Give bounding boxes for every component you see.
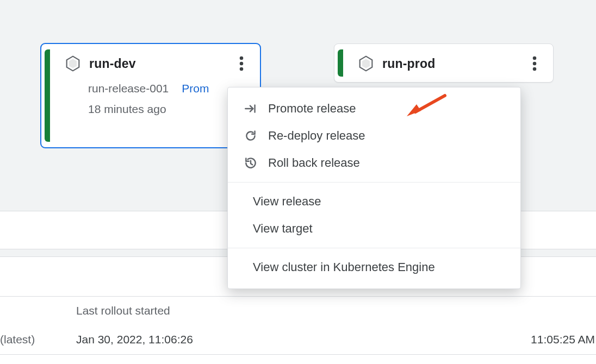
engine-icon [64,55,82,72]
menu-item-redeploy-release[interactable]: Re-deploy release [228,122,520,149]
promote-icon [243,102,258,116]
svg-point-8 [533,62,537,66]
menu-item-view-release[interactable]: View release [228,188,520,215]
engine-icon [357,55,375,72]
card-more-button[interactable] [524,53,545,74]
svg-point-7 [533,57,537,60]
menu-item-label: View cluster in Kubernetes Engine [253,260,435,274]
menu-divider [228,248,520,248]
svg-marker-11 [407,104,421,116]
promote-link[interactable]: Prom [182,82,209,95]
card-title: run-prod [382,57,435,71]
release-name: run-release-001 [88,82,169,95]
svg-marker-1 [70,60,76,68]
menu-item-label: Re-deploy release [268,129,365,143]
pipeline-card-run-prod[interactable]: run-prod [334,43,554,83]
table-cell: (latest) [0,333,35,346]
menu-item-view-target[interactable]: View target [228,215,520,242]
menu-item-label: Roll back release [268,156,360,170]
svg-point-4 [240,67,244,71]
menu-item-promote-release[interactable]: Promote release [228,95,520,122]
svg-marker-6 [363,60,369,68]
svg-point-2 [240,57,244,60]
table-cell: Jan 30, 2022, 11:06:26 [76,333,193,346]
table-header-cell: Last rollout started [76,304,170,317]
svg-point-3 [240,62,244,66]
menu-item-label: View target [253,222,313,236]
card-more-button[interactable] [231,53,252,74]
more-vert-icon [532,55,537,72]
table-cell: 11:05:25 AM [531,333,595,346]
card-title: run-dev [89,57,136,71]
actions-menu: Promote release Re-deploy release Roll b… [227,87,521,289]
divider [0,296,596,297]
menu-item-view-cluster[interactable]: View cluster in Kubernetes Engine [228,254,520,281]
menu-item-rollback-release[interactable]: Roll back release [228,149,520,177]
rollback-icon [243,156,258,170]
menu-item-label: Promote release [268,102,356,116]
divider [0,354,596,355]
menu-divider [228,182,520,183]
redeploy-icon [243,129,258,143]
more-vert-icon [239,55,244,72]
annotation-arrow-icon [406,91,449,120]
release-age: 18 minutes ago [88,103,249,116]
menu-item-label: View release [253,194,321,209]
status-accent [45,49,50,142]
status-accent [338,49,343,77]
svg-point-9 [533,67,537,71]
